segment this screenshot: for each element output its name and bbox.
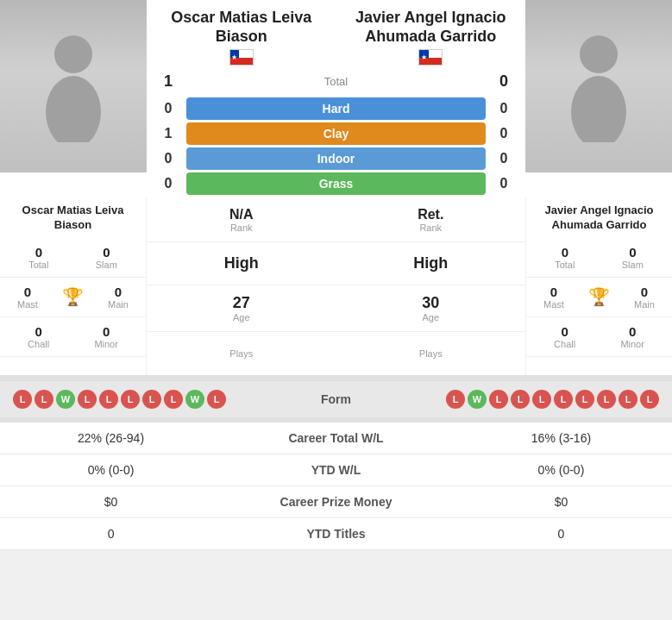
right-high-val: High: [413, 254, 448, 272]
stat-left-val: 22% (26-94): [0, 423, 222, 454]
svg-point-3: [571, 76, 626, 142]
names-top: Oscar Matias Leiva Biason Javier Angel I…: [147, 0, 525, 46]
form-section: LLWLLLLLWL Form LWLLLLLLLL: [0, 380, 672, 417]
total-score-left: 1: [155, 72, 181, 91]
right-player-photo-col: [525, 0, 672, 172]
right-chall-pair: 0 Chall: [554, 324, 575, 349]
left-age-display: 27 Age: [147, 285, 336, 331]
form-pill: L: [640, 390, 659, 409]
indoor-score-right: 0: [491, 151, 517, 166]
right-minor-pair: 0 Minor: [620, 324, 644, 349]
stat-left-val: 0: [0, 518, 222, 550]
form-pill: L: [532, 390, 551, 409]
left-minor-val: 0: [103, 324, 110, 339]
svg-point-0: [54, 35, 92, 73]
hard-badge: Hard: [186, 97, 486, 120]
match-card: Oscar Matias Leiva Biason Javier Angel I…: [0, 0, 672, 375]
right-main-pair: 0 Main: [634, 285, 655, 310]
right-player-name-header: Javier Angel Ignacio Ahumada Garrido: [336, 9, 526, 46]
rank-label-right: Rank: [419, 222, 442, 233]
right-player-silhouette: [564, 30, 633, 142]
left-main-lbl: Main: [108, 299, 129, 310]
hard-score-left: 0: [155, 101, 181, 116]
center-mid-stats: N/A Rank Ret. Rank High High 27 Age 30: [147, 198, 525, 375]
total-label: Total: [186, 75, 486, 88]
left-slam-pair: 0 Slam: [96, 245, 117, 270]
left-player-name-under: Oscar Matias Leiva Biason: [0, 198, 146, 238]
stat-right-val: $0: [450, 486, 672, 518]
left-player-photo-col: [0, 0, 147, 172]
stat-right-val: 16% (3-16): [450, 423, 672, 454]
left-mast-val: 0: [24, 285, 31, 299]
left-rank-val: N/A: [229, 207, 254, 222]
stats-row: 0 YTD Titles 0: [0, 518, 672, 550]
indoor-badge: Indoor: [186, 147, 486, 170]
right-plays-display: Plays: [336, 332, 526, 375]
left-minor-pair: 0 Minor: [94, 324, 118, 349]
left-total-val: 0: [35, 245, 42, 260]
left-player-silhouette: [39, 30, 108, 142]
stat-center-label: Career Prize Money: [222, 486, 450, 518]
left-form-pills: LLWLLLLLWL: [13, 390, 302, 409]
form-pill: W: [185, 390, 204, 409]
right-slam-val: 0: [629, 245, 636, 260]
left-high-val: High: [224, 254, 259, 272]
form-pill: L: [35, 390, 53, 409]
right-slam-lbl: Slam: [622, 260, 644, 270]
surface-row-hard: 0 Hard 0: [155, 97, 517, 120]
left-rank-display: N/A Rank: [147, 198, 336, 241]
right-form-pills: LWLLLLLLLL: [371, 390, 660, 409]
right-minor-val: 0: [629, 324, 636, 339]
surfaces-section: 0 Hard 0 1 Clay 0 0 Indoor 0: [147, 94, 525, 198]
stat-center-label: YTD W/L: [222, 454, 450, 486]
rank-label-left: Rank: [230, 222, 253, 233]
form-pill: L: [446, 390, 465, 409]
plays-label-right: Plays: [419, 348, 443, 359]
left-slam-val: 0: [103, 245, 110, 260]
right-mast-pair: 0 Mast: [543, 285, 564, 310]
left-high-display: High: [147, 242, 336, 285]
left-player-name-header: Oscar Matias Leiva Biason: [147, 9, 336, 46]
hard-score-right: 0: [491, 101, 517, 116]
left-minor-lbl: Minor: [94, 339, 118, 349]
form-pill: L: [619, 390, 637, 409]
high-stat-row: High High: [147, 242, 525, 285]
right-trophy: 🏆: [588, 285, 610, 310]
age-stat-row: 27 Age 30 Age: [147, 285, 525, 332]
trophy-icon: 🏆: [62, 286, 84, 307]
left-chall-val: 0: [35, 324, 41, 339]
left-chall-minor: 0 Chall 0 Minor: [0, 317, 146, 357]
form-pill: L: [121, 390, 140, 409]
left-mast-lbl: Mast: [17, 299, 38, 310]
surface-row-grass: 0 Grass 0: [155, 172, 517, 195]
surface-row-clay: 1 Clay 0: [155, 122, 517, 145]
right-mast-val: 0: [550, 285, 557, 299]
right-high-display: High: [336, 242, 526, 285]
svg-point-2: [580, 35, 618, 73]
grass-score-left: 0: [155, 176, 181, 191]
form-pill: L: [554, 390, 573, 409]
left-total-pair: 0 Total: [28, 245, 48, 270]
form-pill: L: [489, 390, 508, 409]
left-flag-cell: ★: [147, 49, 336, 66]
right-rank-val: Ret.: [418, 207, 443, 222]
right-total-slam: 0 Total 0 Slam: [526, 238, 672, 278]
form-pill: L: [142, 390, 161, 409]
left-age-val: 27: [233, 294, 250, 312]
right-mast-lbl: Mast: [543, 299, 564, 310]
age-label-left: Age: [233, 312, 250, 323]
right-chall-val: 0: [561, 324, 568, 339]
grass-score-right: 0: [491, 176, 517, 191]
bottom-section: Oscar Matias Leiva Biason 0 Total 0 Slam: [0, 198, 672, 375]
form-pill: L: [575, 390, 594, 409]
right-flag: ★: [418, 49, 443, 66]
left-player-stats: Oscar Matias Leiva Biason 0 Total 0 Slam: [0, 198, 147, 375]
stat-left-val: 0% (0-0): [0, 454, 222, 486]
left-main-pair: 0 Main: [108, 285, 129, 310]
right-mast-main: 0 Mast 🏆 0 Main: [526, 278, 672, 317]
form-pill: W: [468, 390, 487, 409]
left-mast-pair: 0 Mast: [17, 285, 38, 310]
svg-point-1: [46, 76, 101, 142]
form-pill: L: [207, 390, 226, 409]
right-player-photo: [525, 0, 672, 172]
